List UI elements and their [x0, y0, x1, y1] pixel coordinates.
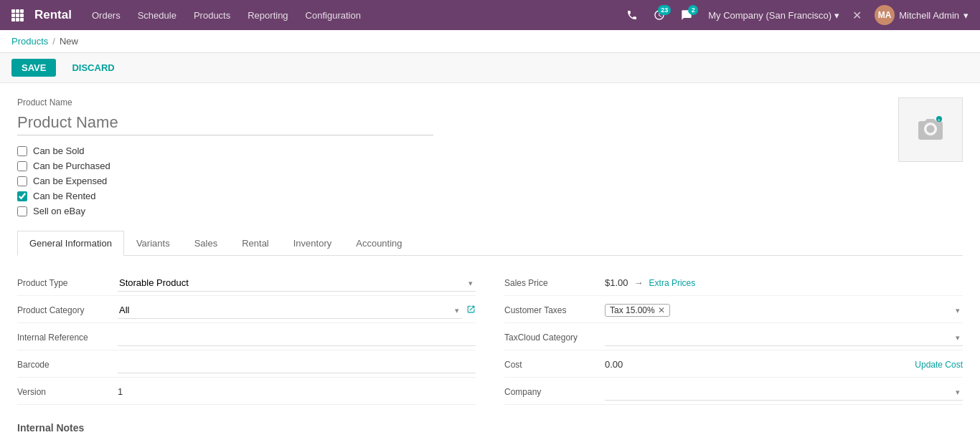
- can-be-sold-checkbox[interactable]: [17, 146, 27, 156]
- barcode-input[interactable]: [118, 356, 476, 373]
- subheader: Products / New: [0, 30, 980, 53]
- messages-button[interactable]: 2: [675, 4, 698, 27]
- taxcloud-category-select-wrapper: [605, 329, 963, 346]
- save-button[interactable]: SAVE: [11, 59, 56, 77]
- field-customer-taxes: Customer Taxes Tax 15.00% ✕: [504, 297, 963, 323]
- can-be-rented-checkbox[interactable]: [17, 191, 27, 201]
- svg-rect-0: [11, 9, 15, 13]
- field-product-category: Product Category All: [17, 297, 476, 323]
- can-be-expensed-checkbox[interactable]: [17, 176, 27, 186]
- sell-on-ebay-label: Sell on eBay: [33, 206, 85, 216]
- can-be-sold-label: Can be Sold: [33, 145, 85, 156]
- product-name-input[interactable]: [17, 110, 433, 135]
- taxcloud-category-label: TaxCloud Category: [504, 333, 605, 343]
- version-value: 1: [118, 386, 123, 397]
- taxcloud-category-select[interactable]: [605, 329, 963, 346]
- internal-notes-title: Internal Notes: [17, 422, 963, 434]
- sales-price-label: Sales Price: [504, 278, 605, 288]
- product-category-label: Product Category: [17, 305, 118, 315]
- main-navigation: Orders Schedule Products Reporting Confi…: [83, 0, 369, 30]
- svg-rect-2: [20, 9, 24, 13]
- field-internal-reference: Internal Reference: [17, 325, 476, 350]
- breadcrumb: Products / New: [11, 36, 78, 47]
- svg-rect-7: [16, 18, 19, 21]
- sales-price-value: $1.00: [605, 277, 628, 288]
- svg-rect-5: [20, 14, 24, 17]
- user-menu[interactable]: MA Mitchell Admin ▾: [869, 5, 974, 25]
- company-select-wrapper: [605, 383, 963, 401]
- tab-general-information[interactable]: General Information: [17, 231, 124, 256]
- tab-inventory[interactable]: Inventory: [281, 231, 344, 256]
- company-name: My Company (San Francisco): [708, 10, 831, 21]
- update-cost-link[interactable]: Update Cost: [915, 360, 963, 370]
- company-selector[interactable]: My Company (San Francisco) ▾: [702, 10, 845, 21]
- action-bar: SAVE DISCARD: [0, 53, 980, 83]
- nav-configuration[interactable]: Configuration: [297, 0, 369, 30]
- product-type-select[interactable]: Storable Product Consumable Service: [118, 274, 476, 292]
- messages-badge: 2: [688, 5, 698, 15]
- nav-reporting[interactable]: Reporting: [239, 0, 296, 30]
- field-barcode: Barcode: [17, 352, 476, 378]
- nav-products[interactable]: Products: [185, 0, 239, 30]
- breadcrumb-parent[interactable]: Products: [11, 36, 48, 47]
- svg-rect-8: [20, 18, 24, 21]
- user-dropdown-icon: ▾: [963, 10, 969, 21]
- breadcrumb-separator: /: [52, 36, 55, 47]
- checkbox-can-be-purchased: Can be Purchased: [17, 161, 963, 171]
- product-name-label: Product Name: [17, 97, 963, 107]
- field-sales-price: Sales Price $1.00 → Extra Prices: [504, 270, 963, 296]
- internal-reference-input[interactable]: [118, 329, 476, 346]
- customer-taxes-label: Customer Taxes: [504, 305, 605, 315]
- internal-reference-label: Internal Reference: [17, 333, 118, 343]
- svg-text:+: +: [938, 118, 941, 122]
- product-category-field: All: [118, 302, 476, 319]
- tab-variants[interactable]: Variants: [124, 231, 182, 256]
- company-dropdown-icon: ▾: [834, 10, 839, 21]
- product-type-select-wrapper: Storable Product Consumable Service: [118, 274, 476, 292]
- extra-prices-link[interactable]: Extra Prices: [649, 278, 696, 288]
- customer-taxes-select[interactable]: [674, 302, 963, 318]
- company-select[interactable]: [605, 383, 963, 401]
- sales-price-row: $1.00 → Extra Prices: [605, 277, 695, 288]
- product-image-box[interactable]: +: [898, 97, 963, 162]
- tab-rental[interactable]: Rental: [230, 231, 281, 256]
- discard-button[interactable]: DISCARD: [62, 59, 124, 77]
- activities-button[interactable]: 23: [648, 4, 671, 27]
- taxes-wrapper: Tax 15.00% ✕: [605, 302, 963, 318]
- nav-orders[interactable]: Orders: [83, 0, 129, 30]
- can-be-purchased-label: Can be Purchased: [33, 161, 110, 171]
- can-be-rented-label: Can be Rented: [33, 191, 95, 201]
- barcode-label: Barcode: [17, 360, 118, 370]
- product-category-select-wrapper: All: [118, 302, 462, 319]
- nav-schedule[interactable]: Schedule: [129, 0, 185, 30]
- product-category-select[interactable]: All: [118, 302, 462, 319]
- checkbox-can-be-sold: Can be Sold: [17, 145, 963, 156]
- field-cost: Cost 0.00 Update Cost: [504, 352, 963, 378]
- tab-sales[interactable]: Sales: [182, 231, 230, 256]
- tab-accounting[interactable]: Accounting: [344, 231, 414, 256]
- grid-menu-icon[interactable]: [6, 4, 29, 27]
- tax-badge: Tax 15.00% ✕: [605, 304, 670, 317]
- svg-rect-1: [16, 9, 19, 13]
- close-icon[interactable]: ✕: [849, 9, 864, 22]
- arrow-right-icon: →: [634, 277, 644, 288]
- breadcrumb-current: New: [60, 36, 78, 47]
- tabs-container: General Information Variants Sales Renta…: [17, 231, 963, 256]
- tax-badge-remove-icon[interactable]: ✕: [658, 305, 665, 315]
- internal-notes-section: Internal Notes: [17, 422, 963, 434]
- can-be-expensed-label: Can be Expensed: [33, 176, 107, 186]
- phone-icon[interactable]: [621, 4, 644, 27]
- page-container: Products / New SAVE DISCARD + Product Na…: [0, 30, 980, 440]
- product-category-external-link-icon[interactable]: [466, 305, 476, 316]
- cost-value: 0.00: [605, 359, 623, 370]
- checkbox-sell-on-ebay: Sell on eBay: [17, 206, 963, 216]
- right-field-section: Sales Price $1.00 → Extra Prices Custome…: [504, 270, 963, 405]
- app-brand: Rental: [29, 8, 83, 22]
- sell-on-ebay-checkbox[interactable]: [17, 206, 27, 216]
- fields-grid: Product Type Storable Product Consumable…: [17, 270, 963, 405]
- left-field-section: Product Type Storable Product Consumable…: [17, 270, 476, 405]
- activities-badge: 23: [658, 5, 671, 15]
- version-label: Version: [17, 387, 118, 397]
- svg-rect-4: [16, 14, 19, 17]
- can-be-purchased-checkbox[interactable]: [17, 161, 27, 171]
